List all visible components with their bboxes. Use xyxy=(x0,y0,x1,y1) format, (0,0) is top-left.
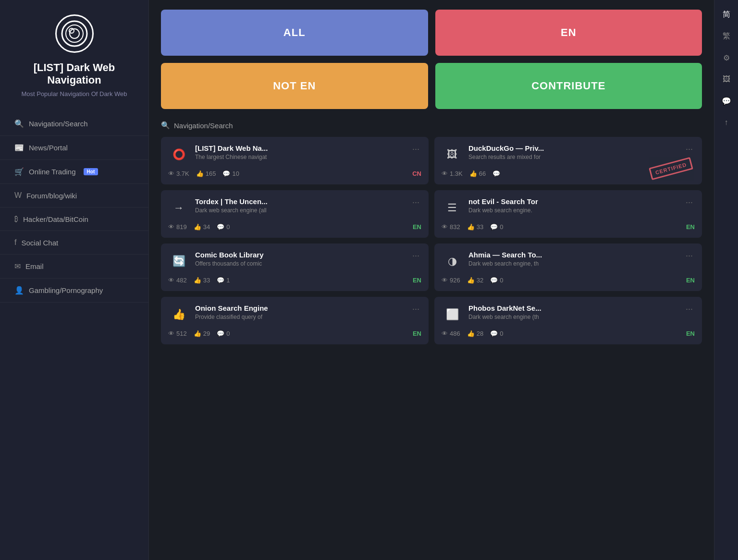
simplified-chinese[interactable]: 简 xyxy=(717,5,736,24)
thumb-icon: 👍 xyxy=(194,330,201,337)
card-menu-button[interactable]: ··· xyxy=(684,144,695,154)
card-header: ⭕ [LIST] Dark Web Na... The largest Chin… xyxy=(168,144,421,165)
sidebar-item-social-chat[interactable]: f Social Chat xyxy=(0,231,148,255)
cards-grid: ⭕ [LIST] Dark Web Na... The largest Chin… xyxy=(161,137,702,344)
card-card-3: → Tordex | The Uncen... Dark web search … xyxy=(161,190,429,238)
card-footer: 👁 512 👍 29 💬 0 EN xyxy=(168,330,421,337)
card-menu-button[interactable]: ··· xyxy=(684,304,695,314)
comment-icon: 💬 xyxy=(222,170,230,177)
likes-stat: 👍 33 xyxy=(467,223,483,231)
comment-icon: 💬 xyxy=(217,223,224,231)
card-desc: Dark web search engine (all xyxy=(195,207,405,214)
card-icon: 🔄 xyxy=(168,251,189,272)
card-header: 🔄 Comic Book Library Offers thousands of… xyxy=(168,251,421,272)
nav-label-online-trading: Online Trading xyxy=(29,168,76,176)
comments-stat: 💬 10 xyxy=(222,170,239,177)
card-desc: Dark web search engine, th xyxy=(468,260,678,267)
filter-btn-contribute[interactable]: CONTRIBUTE xyxy=(435,63,702,109)
thumb-icon: 👍 xyxy=(467,223,475,231)
sidebar-item-forum-blog-wiki[interactable]: W Forum/blog/wiki xyxy=(0,184,148,207)
filter-buttons: ALLENNOT ENCONTRIBUTE xyxy=(161,10,702,109)
likes-stat: 👍 29 xyxy=(194,330,210,337)
views-stat: 👁 486 xyxy=(442,330,460,337)
comment-icon: 💬 xyxy=(490,223,498,231)
card-title: [LIST] Dark Web Na... xyxy=(195,144,405,152)
card-menu-button[interactable]: ··· xyxy=(410,197,421,207)
sidebar-item-email[interactable]: ✉ Email xyxy=(0,255,148,279)
sidebar: [LIST] Dark Web Navigation Most Popular … xyxy=(0,0,149,560)
nav-label-email: Email xyxy=(25,262,44,270)
nav-icon-social-chat: f xyxy=(14,238,16,247)
eye-icon: 👁 xyxy=(442,223,448,231)
card-menu-button[interactable]: ··· xyxy=(410,304,421,314)
comments-stat: 💬 0 xyxy=(217,330,230,337)
views-stat: 👁 512 xyxy=(168,330,187,337)
card-info: Onion Search Engine Provide classified q… xyxy=(195,304,405,320)
chat-icon[interactable]: 💬 xyxy=(717,91,736,110)
app-title: [LIST] Dark Web Navigation xyxy=(0,61,148,86)
card-icon: ⭕ xyxy=(168,144,189,165)
lang-badge: EN xyxy=(686,277,695,284)
eye-icon: 👁 xyxy=(442,170,448,177)
card-title: Tordex | The Uncen... xyxy=(195,197,405,206)
card-footer: 👁 832 👍 33 💬 0 EN xyxy=(442,223,695,231)
main-content: ALLENNOT ENCONTRIBUTE 🔍 Navigation/Searc… xyxy=(149,0,714,560)
filter-btn-not-en[interactable]: NOT EN xyxy=(161,63,428,109)
up-icon[interactable]: ↑ xyxy=(717,113,736,132)
sidebar-item-news-portal[interactable]: 📰 News/Portal xyxy=(0,136,148,160)
card-desc: Provide classified query of xyxy=(195,314,405,320)
card-title: DuckDuckGo — Priv... xyxy=(468,144,678,152)
card-header: → Tordex | The Uncen... Dark web search … xyxy=(168,197,421,219)
filter-btn-en[interactable]: EN xyxy=(435,10,702,56)
comment-icon: 💬 xyxy=(217,330,224,337)
thumb-icon: 👍 xyxy=(194,223,201,231)
card-desc: The largest Chinese navigat xyxy=(195,154,405,160)
sidebar-item-gambling-pornography[interactable]: 👤 Gambling/Pornography xyxy=(0,279,148,303)
nav-icon-navigation-search: 🔍 xyxy=(14,119,24,128)
lang-badge: CN xyxy=(412,170,421,177)
thumb-icon: 👍 xyxy=(467,330,475,337)
eye-icon: 👁 xyxy=(442,277,448,284)
card-menu-button[interactable]: ··· xyxy=(684,197,695,207)
card-card-5: 🔄 Comic Book Library Offers thousands of… xyxy=(161,243,429,291)
card-footer: 👁 3.7K 👍 165 💬 10 CN xyxy=(168,170,421,177)
card-info: [LIST] Dark Web Na... The largest Chines… xyxy=(195,144,405,160)
sidebar-item-online-trading[interactable]: 🛒 Online TradingHot xyxy=(0,160,148,184)
card-card-8: ⬜ Phobos DarkNet Se... Dark web search e… xyxy=(434,297,702,344)
sidebar-item-navigation-search[interactable]: 🔍 Navigation/Search xyxy=(0,112,148,136)
card-footer: 👁 819 👍 34 💬 0 EN xyxy=(168,223,421,231)
traditional-chinese[interactable]: 繁 xyxy=(717,26,736,46)
comments-stat: 💬 0 xyxy=(217,223,230,231)
card-menu-button[interactable]: ··· xyxy=(410,144,421,154)
thumb-icon: 👍 xyxy=(194,277,201,284)
eye-icon: 👁 xyxy=(168,330,174,337)
comment-icon: 💬 xyxy=(492,170,500,177)
card-desc: Search results are mixed for xyxy=(468,154,678,160)
nav-label-forum-blog-wiki: Forum/blog/wiki xyxy=(26,192,77,200)
card-menu-button[interactable]: ··· xyxy=(684,251,695,261)
card-footer: 👁 926 👍 32 💬 0 EN xyxy=(442,277,695,284)
card-desc: Dark web search engine (th xyxy=(468,314,678,320)
comments-stat: 💬 0 xyxy=(490,330,503,337)
sidebar-item-hacker-data-bitcoin[interactable]: ₿ Hacker/Data/BitCoin xyxy=(0,207,148,231)
card-header: ⬜ Phobos DarkNet Se... Dark web search e… xyxy=(442,304,695,325)
card-info: Phobos DarkNet Se... Dark web search eng… xyxy=(468,304,678,320)
comment-icon: 💬 xyxy=(217,277,224,284)
right-sidebar: 简繁⚙🖼💬↑ xyxy=(714,0,738,560)
filter-btn-all[interactable]: ALL xyxy=(161,10,428,56)
image-icon[interactable]: 🖼 xyxy=(717,70,736,89)
card-title: not Evil - Search Tor xyxy=(468,197,678,206)
thumb-icon: 👍 xyxy=(469,170,477,177)
card-desc: Offers thousands of comic xyxy=(195,260,405,267)
card-info: not Evil - Search Tor Dark web search en… xyxy=(468,197,678,214)
nav-label-hacker-data-bitcoin: Hacker/Data/BitCoin xyxy=(23,215,88,223)
svg-point-3 xyxy=(69,28,74,33)
views-stat: 👁 3.7K xyxy=(168,170,189,177)
card-menu-button[interactable]: ··· xyxy=(410,251,421,261)
card-card-6: ◑ Ahmia — Search To... Dark web search e… xyxy=(434,243,702,291)
eye-icon: 👁 xyxy=(442,330,448,337)
eye-icon: 👁 xyxy=(168,277,174,284)
settings-icon[interactable]: ⚙ xyxy=(717,48,736,67)
views-stat: 👁 482 xyxy=(168,277,187,284)
card-header: ☰ not Evil - Search Tor Dark web search … xyxy=(442,197,695,219)
